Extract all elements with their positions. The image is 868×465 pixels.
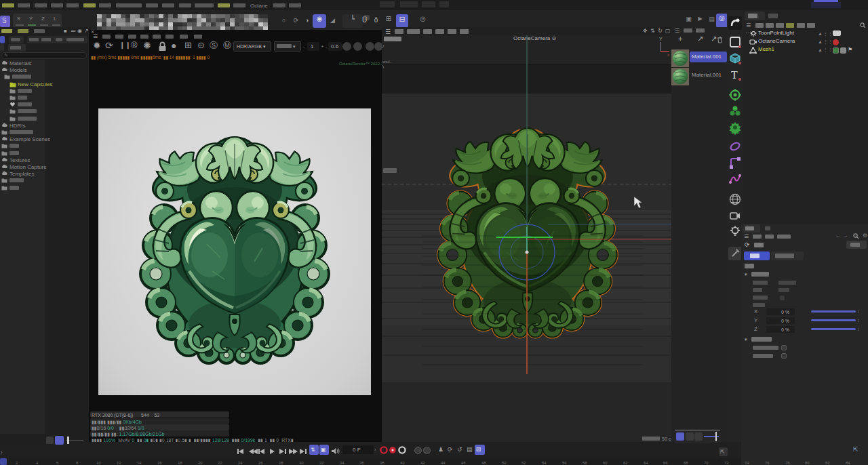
svg-text:T: T — [731, 69, 738, 81]
